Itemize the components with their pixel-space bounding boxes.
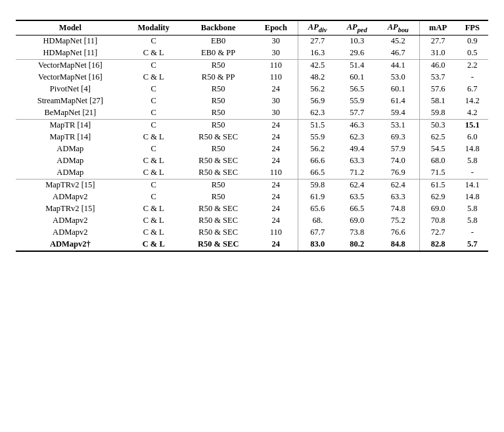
table-cell: R50 xyxy=(183,179,254,191)
table-cell: 50.3 xyxy=(419,119,456,132)
table-cell: 61.9 xyxy=(298,191,337,203)
table-cell: 74.0 xyxy=(377,155,419,167)
table-cell: 54.5 xyxy=(419,143,456,155)
table-cell: 56.2 xyxy=(298,143,337,155)
table-cell: ADMapv2 xyxy=(16,227,125,239)
table-cell: 58.1 xyxy=(419,95,456,107)
table-cell: 63.3 xyxy=(336,155,377,167)
table-cell: ADMap xyxy=(16,155,125,167)
table-cell: R50 & SEC xyxy=(183,239,254,251)
table-cell: R50 xyxy=(183,191,254,203)
table-cell: ADMap xyxy=(16,143,125,155)
table-cell: ADMapv2† xyxy=(16,239,125,251)
table-cell: R50 xyxy=(183,59,254,72)
table-cell: 46.0 xyxy=(419,59,456,72)
col-ap-bou: APbou xyxy=(377,20,419,35)
table-cell: 15.1 xyxy=(457,119,488,132)
table-cell: HDMapNet [11] xyxy=(16,47,125,60)
col-ap-ped: APped xyxy=(336,20,377,35)
table-cell: 83.0 xyxy=(298,239,337,251)
table-cell: C xyxy=(125,107,183,120)
table-cell: 24 xyxy=(254,119,298,132)
table-cell: 57.6 xyxy=(419,84,456,95)
table-cell: 45.2 xyxy=(377,35,419,47)
table-cell: 24 xyxy=(254,143,298,155)
col-fps: FPS xyxy=(457,20,488,35)
table-cell: R50 xyxy=(183,84,254,95)
table-cell: 24 xyxy=(254,179,298,191)
table-row: ADMapv2C & LR50 & SEC11067.773.876.672.7… xyxy=(16,227,488,239)
table-cell: BeMapNet [21] xyxy=(16,107,125,120)
table-cell: 27.7 xyxy=(298,35,337,47)
table-row: MapTR [14]CR502451.546.353.150.315.1 xyxy=(16,119,488,132)
table-row: PivotNet [4]CR502456.256.560.157.66.7 xyxy=(16,84,488,95)
table-cell: 110 xyxy=(254,72,298,84)
table-cell: EB0 xyxy=(183,35,254,47)
table-cell: 5.8 xyxy=(457,203,488,215)
col-backbone: Backbone xyxy=(183,20,254,35)
table-cell: 63.3 xyxy=(377,191,419,203)
table-cell: 110 xyxy=(254,167,298,180)
table-cell: 80.2 xyxy=(336,239,377,251)
table-cell: - xyxy=(457,167,488,180)
table-row: MapTR [14]C & LR50 & SEC2455.962.369.362… xyxy=(16,132,488,143)
table-cell: 110 xyxy=(254,59,298,72)
table-cell: R50 xyxy=(183,107,254,120)
table-cell: 72.7 xyxy=(419,227,456,239)
table-cell: C xyxy=(125,179,183,191)
table-cell: 76.9 xyxy=(377,167,419,180)
table-row: HDMapNet [11]CEB03027.710.345.227.70.9 xyxy=(16,35,488,47)
table-cell: 46.7 xyxy=(377,47,419,60)
table-cell: R50 xyxy=(183,95,254,107)
table-cell: R50 xyxy=(183,143,254,155)
table-cell: 53.0 xyxy=(377,72,419,84)
table-cell: 71.2 xyxy=(336,167,377,180)
table-cell: 30 xyxy=(254,95,298,107)
table-row: ADMapv2C & LR50 & SEC2468.69.075.270.85.… xyxy=(16,215,488,227)
table-cell: VectorMapNet [16] xyxy=(16,59,125,72)
table-cell: 6.0 xyxy=(457,132,488,143)
table-cell: 62.3 xyxy=(298,107,337,120)
table-cell: 66.5 xyxy=(298,167,337,180)
table-cell: 30 xyxy=(254,107,298,120)
table-cell: 30 xyxy=(254,47,298,60)
table-cell: 24 xyxy=(254,132,298,143)
table-cell: 5.7 xyxy=(457,239,488,251)
table-cell: R50 & SEC xyxy=(183,155,254,167)
table-cell: 66.5 xyxy=(336,203,377,215)
table-cell: 42.5 xyxy=(298,59,337,72)
table-cell: 14.8 xyxy=(457,191,488,203)
table-cell: C & L xyxy=(125,72,183,84)
table-cell: 53.1 xyxy=(377,119,419,132)
table-cell: R50 xyxy=(183,119,254,132)
table-cell: C xyxy=(125,59,183,72)
table-cell: 69.0 xyxy=(419,203,456,215)
table-row: ADMapCR502456.249.457.954.514.8 xyxy=(16,143,488,155)
table-cell: C & L xyxy=(125,215,183,227)
table-row: VectorMapNet [16]C & LR50 & PP11048.260.… xyxy=(16,72,488,84)
table-cell: 51.4 xyxy=(336,59,377,72)
table-cell: 60.1 xyxy=(336,72,377,84)
table-row: VectorMapNet [16]CR5011042.551.444.146.0… xyxy=(16,59,488,72)
table-cell: C xyxy=(125,119,183,132)
table-row: BeMapNet [21]CR503062.357.759.459.84.2 xyxy=(16,107,488,120)
table-cell: 65.6 xyxy=(298,203,337,215)
table-cell: 67.7 xyxy=(298,227,337,239)
table-cell: 76.6 xyxy=(377,227,419,239)
table-body: HDMapNet [11]CEB03027.710.345.227.70.9HD… xyxy=(16,35,488,251)
table-cell: - xyxy=(457,227,488,239)
table-cell: 4.2 xyxy=(457,107,488,120)
table-cell: 62.5 xyxy=(419,132,456,143)
table-cell: 63.5 xyxy=(336,191,377,203)
results-table: Model Modality Backbone Epoch APdiv APpe… xyxy=(16,20,488,252)
table-cell: C & L xyxy=(125,239,183,251)
table-cell: 55.9 xyxy=(336,95,377,107)
table-cell: MapTRv2 [15] xyxy=(16,203,125,215)
table-row: StreamMapNet [27]CR503056.955.961.458.11… xyxy=(16,95,488,107)
table-cell: 66.6 xyxy=(298,155,337,167)
table-cell: C & L xyxy=(125,227,183,239)
table-cell: R50 & SEC xyxy=(183,132,254,143)
table-header-row: Model Modality Backbone Epoch APdiv APpe… xyxy=(16,20,488,35)
table-cell: - xyxy=(457,72,488,84)
table-cell: R50 & SEC xyxy=(183,203,254,215)
